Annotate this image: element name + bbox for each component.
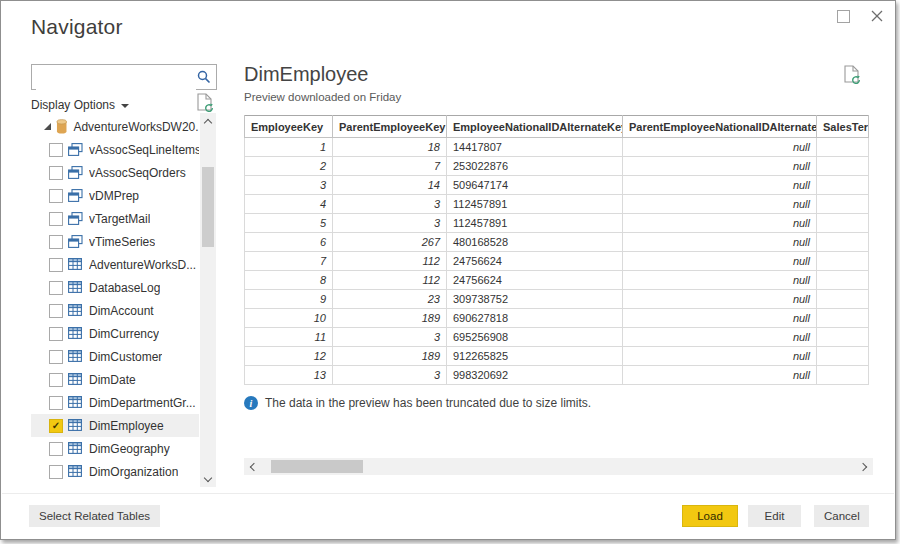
tree-item-checkbox[interactable] <box>49 327 63 341</box>
close-button[interactable] <box>867 6 887 26</box>
table-icon <box>68 281 83 294</box>
table-cell: 998320692 <box>447 366 623 385</box>
search-box <box>31 64 217 90</box>
tree-item[interactable]: AdventureWorksD... <box>31 253 199 276</box>
tree-item[interactable]: DimCustomer <box>31 345 199 368</box>
search-icon[interactable] <box>197 70 211 84</box>
table-row: 11814417807null <box>245 138 869 157</box>
table-cell: 3 <box>333 328 447 347</box>
scroll-up-button[interactable] <box>200 113 216 129</box>
table-cell: 14 <box>333 176 447 195</box>
tree-item-checkbox[interactable] <box>49 143 63 157</box>
tree-item-label: DimAccount <box>89 304 154 318</box>
refresh-list-button[interactable] <box>197 93 212 111</box>
tree-item-checkbox[interactable] <box>49 281 63 295</box>
tree-item[interactable]: DimCurrency <box>31 322 199 345</box>
preview-table: EmployeeKeyParentEmployeeKeyEmployeeNati… <box>244 115 869 385</box>
tree-item-label: AdventureWorksD... <box>89 258 196 272</box>
tree-item-label: DimDepartmentGr... <box>89 396 196 410</box>
table-row: 923309738752null <box>245 290 869 309</box>
refresh-arrows-icon <box>851 75 861 85</box>
maximize-icon <box>837 10 850 23</box>
footer-divider <box>2 493 894 494</box>
tree-item[interactable]: vAssocSeqOrders <box>31 161 199 184</box>
tree-item[interactable]: vTimeSeries <box>31 230 199 253</box>
tree-item[interactable]: DimDepartmentGr... <box>31 391 199 414</box>
select-related-tables-button[interactable]: Select Related Tables <box>29 505 160 527</box>
table-cell: 12 <box>245 347 333 366</box>
scroll-left-button[interactable] <box>244 458 261 475</box>
scroll-right-button[interactable] <box>856 458 873 475</box>
tree-item-checkbox[interactable] <box>49 258 63 272</box>
tree-item-checkbox[interactable]: ✓ <box>49 419 63 433</box>
tree-item-checkbox[interactable] <box>49 166 63 180</box>
table-cell <box>817 271 869 290</box>
tree-scrollbar[interactable] <box>200 113 216 487</box>
table-row: 6267480168528null <box>245 233 869 252</box>
refresh-preview-button[interactable] <box>844 65 859 83</box>
load-button[interactable]: Load <box>682 505 738 527</box>
table-cell <box>817 233 869 252</box>
display-options-button[interactable]: Display Options <box>31 98 129 112</box>
edit-button[interactable]: Edit <box>748 505 801 527</box>
view-icon <box>68 235 83 248</box>
table-row: 811224756624null <box>245 271 869 290</box>
tree-item[interactable]: DatabaseLog <box>31 276 199 299</box>
table-cell: 7 <box>245 252 333 271</box>
view-icon <box>68 189 83 202</box>
tree-item-checkbox[interactable] <box>49 235 63 249</box>
tree-item-label: vAssocSeqLineItems <box>89 143 199 157</box>
preview-hscrollbar[interactable] <box>244 458 873 475</box>
table-cell <box>817 252 869 271</box>
tree-item[interactable]: vAssocSeqLineItems <box>31 138 199 161</box>
tree-item[interactable]: ✓ DimEmployee <box>31 414 199 437</box>
tree-item-checkbox[interactable] <box>49 373 63 387</box>
tree-item-label: DimDate <box>89 373 136 387</box>
tree-item-checkbox[interactable] <box>49 442 63 456</box>
column-header: SalesTerri <box>817 116 869 138</box>
tree-item[interactable]: DimOrganization <box>31 460 199 479</box>
table-cell: 253022876 <box>447 157 623 176</box>
column-header: EmployeeNationalIDAlternateKey <box>447 116 623 138</box>
table-cell: 112 <box>333 271 447 290</box>
table-row: 711224756624null <box>245 252 869 271</box>
table-cell: null <box>623 176 817 195</box>
tree-item-checkbox[interactable] <box>49 396 63 410</box>
table-cell: null <box>623 309 817 328</box>
table-cell: 189 <box>333 309 447 328</box>
tree-item-checkbox[interactable] <box>49 465 63 479</box>
preview-hscrollbar-thumb[interactable] <box>271 460 363 473</box>
table-icon <box>68 258 83 271</box>
tree-item[interactable]: DimGeography <box>31 437 199 460</box>
tree-root-label: AdventureWorksDW20... <box>73 120 199 134</box>
table-cell: 10 <box>245 309 333 328</box>
navigator-dialog: Navigator Display Options <box>0 0 896 540</box>
table-cell: 9 <box>245 290 333 309</box>
tree-scrollbar-thumb[interactable] <box>202 167 214 247</box>
tree-item[interactable]: DimAccount <box>31 299 199 322</box>
cancel-button[interactable]: Cancel <box>814 505 869 527</box>
table-cell: 6 <box>245 233 333 252</box>
tree-item[interactable]: vDMPrep <box>31 184 199 207</box>
chevron-up-icon <box>204 118 212 126</box>
tree-item-checkbox[interactable] <box>49 350 63 364</box>
chevron-right-icon <box>859 462 867 470</box>
tree-item[interactable]: vTargetMail <box>31 207 199 230</box>
table-cell: 18 <box>333 138 447 157</box>
table-cell <box>817 309 869 328</box>
table-row: 12189912265825null <box>245 347 869 366</box>
maximize-button[interactable] <box>833 6 853 26</box>
tree-item[interactable]: DimDate <box>31 368 199 391</box>
table-cell: 112457891 <box>447 195 623 214</box>
search-input[interactable] <box>36 66 196 90</box>
info-icon: i <box>244 396 258 410</box>
table-cell <box>817 138 869 157</box>
tree-item-checkbox[interactable] <box>49 189 63 203</box>
table-icon <box>68 419 83 432</box>
expander-icon[interactable] <box>44 123 51 130</box>
scroll-down-button[interactable] <box>200 471 216 487</box>
tree-item-checkbox[interactable] <box>49 304 63 318</box>
tree-item-checkbox[interactable] <box>49 212 63 226</box>
table-cell <box>817 290 869 309</box>
tree-root-database[interactable]: AdventureWorksDW20... <box>31 115 199 138</box>
